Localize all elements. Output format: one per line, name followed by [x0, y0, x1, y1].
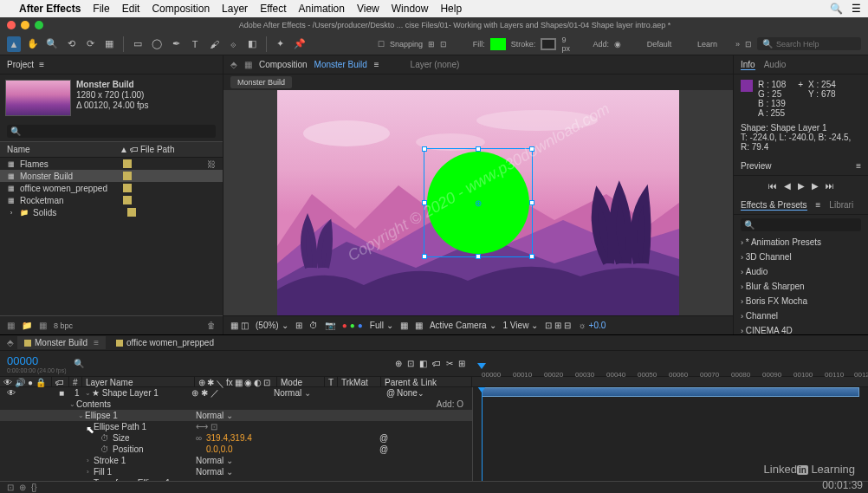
expand-icon[interactable]: ⊞: [554, 321, 561, 330]
res-icon[interactable]: ⊞: [295, 321, 302, 330]
blend-mode[interactable]: Normal: [196, 467, 223, 477]
timeline-tab[interactable]: Monster Build ≡: [17, 336, 106, 349]
composition-viewer[interactable]: ⊕: [223, 90, 733, 315]
braces-icon[interactable]: {}: [31, 483, 37, 492]
resize-handle[interactable]: [476, 254, 481, 259]
col-label[interactable]: ▲: [120, 145, 130, 154]
last-frame-icon[interactable]: ⏭: [826, 181, 834, 191]
snap-icon[interactable]: ⊞: [428, 40, 435, 49]
next-frame-icon[interactable]: ▶: [812, 181, 819, 191]
effects-search-input[interactable]: [755, 220, 858, 230]
effect-category[interactable]: › Channel: [734, 308, 868, 323]
project-item[interactable]: ▦ Monster Build: [0, 170, 223, 182]
contents-row[interactable]: ⌄ Contents Add: O: [0, 399, 472, 410]
workspace-expand-icon[interactable]: ⊡: [745, 40, 752, 49]
panel-menu-icon[interactable]: ≡: [374, 60, 379, 69]
eye-icon[interactable]: 👁: [7, 388, 16, 398]
menu-layer[interactable]: Layer: [222, 3, 248, 15]
chevron-down-icon[interactable]: ⌄: [69, 400, 76, 408]
project-search-input[interactable]: [21, 127, 212, 136]
panel-menu-icon[interactable]: ≡: [856, 161, 861, 171]
resize-handle[interactable]: [422, 146, 427, 152]
snap-icon2[interactable]: ⊡: [440, 40, 447, 49]
layer-none-tab[interactable]: Layer (none): [411, 60, 460, 69]
first-frame-icon[interactable]: ⏮: [768, 181, 777, 191]
chevron-down-icon[interactable]: ⌄: [386, 321, 393, 330]
resize-handle[interactable]: [529, 254, 534, 259]
resize-handle[interactable]: [422, 200, 427, 205]
menu-view[interactable]: View: [357, 3, 379, 15]
layer-bar[interactable]: [482, 387, 859, 397]
3d-icon[interactable]: ⊟: [564, 321, 571, 330]
chevron-down-icon[interactable]: ⌄: [85, 389, 92, 397]
label-swatch[interactable]: [123, 172, 132, 180]
libraries-tab[interactable]: Librari: [829, 200, 853, 210]
menu-file[interactable]: File: [93, 3, 109, 15]
effects-tab[interactable]: Effects & Presets: [741, 200, 807, 211]
layer-mode[interactable]: Normal: [274, 388, 301, 398]
col-t[interactable]: T: [325, 377, 338, 386]
workspace-default[interactable]: Default: [647, 40, 672, 49]
project-item[interactable]: ▦ Rocketman: [0, 194, 223, 206]
tl-icon[interactable]: ⊡: [407, 359, 414, 368]
label-swatch[interactable]: [123, 159, 132, 168]
eraser-tool[interactable]: ◧: [245, 36, 259, 52]
bpc-label[interactable]: 8 bpc: [54, 321, 73, 330]
effect-category[interactable]: › Audio: [734, 264, 868, 279]
clone-tool[interactable]: ⟐: [226, 36, 240, 52]
label-col[interactable]: 🏷: [52, 377, 69, 386]
quality-select[interactable]: Full: [370, 321, 384, 330]
menu-window[interactable]: Window: [392, 3, 429, 15]
orbit-tool[interactable]: ⟲: [64, 36, 78, 52]
pickwhip-icon[interactable]: @: [386, 388, 397, 398]
project-tab[interactable]: Project: [7, 60, 34, 69]
num-col[interactable]: #: [69, 377, 82, 386]
blend-mode[interactable]: Normal: [196, 456, 223, 465]
audio-tab[interactable]: Audio: [764, 60, 787, 69]
view-icon2[interactable]: ◫: [241, 321, 249, 330]
prev-frame-icon[interactable]: ◀: [784, 181, 791, 191]
stopwatch-icon[interactable]: ⏱: [100, 433, 109, 443]
resize-handle[interactable]: [422, 254, 427, 259]
share-icon[interactable]: ⊡: [545, 321, 552, 330]
play-icon[interactable]: ▶: [798, 181, 805, 191]
blend-icon[interactable]: ⬘: [230, 60, 237, 69]
region-icon[interactable]: ▦: [415, 321, 423, 330]
new-folder-icon[interactable]: 📁: [22, 321, 32, 330]
toggle-modes-icon[interactable]: ⊕: [19, 483, 26, 492]
chevron-down-icon[interactable]: ⌄: [489, 321, 496, 330]
chevron-right-icon[interactable]: ›: [87, 468, 94, 476]
resize-handle[interactable]: [529, 146, 534, 152]
pickwhip-icon[interactable]: @: [379, 444, 388, 454]
panel-menu-icon[interactable]: ≡: [39, 60, 44, 69]
stroke-swatch[interactable]: [541, 38, 556, 50]
playhead-line[interactable]: [482, 387, 483, 481]
col-layer-name[interactable]: Layer Name: [82, 377, 195, 386]
current-timecode[interactable]: 00000: [7, 354, 67, 367]
flowchart-icon[interactable]: ⛓: [207, 159, 216, 169]
eye-col-icon[interactable]: 👁: [3, 378, 12, 386]
rectangle-tool[interactable]: ▭: [131, 36, 145, 52]
grid-icon[interactable]: ▦: [400, 321, 408, 330]
snapshot-icon[interactable]: 📷: [325, 321, 335, 330]
layer-row[interactable]: 👁 ■ 1 ⌄ ★ Shape Layer 1 ⊕ ✱ ／ Normal ⌄ @…: [0, 387, 472, 399]
hand-tool[interactable]: ✋: [26, 36, 40, 52]
menu-help[interactable]: Help: [440, 3, 462, 15]
solo-col-icon[interactable]: ●: [28, 378, 33, 386]
camera-tool[interactable]: ▦: [102, 36, 116, 52]
col-parent[interactable]: Parent & Link: [381, 377, 472, 386]
col-tag-icon[interactable]: 🏷: [130, 145, 140, 154]
preview-tab[interactable]: Preview: [741, 161, 772, 171]
project-item[interactable]: › 📁 Solids: [0, 206, 223, 218]
blend-mode[interactable]: Normal: [196, 411, 223, 420]
size-row[interactable]: ⏱ Size ∞ 319.4,319.4 @: [0, 432, 472, 444]
tl-icon[interactable]: 🏷: [432, 359, 441, 368]
tl-icon[interactable]: ⊞: [458, 359, 465, 368]
close-window-button[interactable]: [7, 21, 16, 29]
path-icons[interactable]: ⟷ ⊡: [196, 422, 217, 431]
col-trkmat[interactable]: TrkMat: [338, 377, 381, 386]
menu-animation[interactable]: Animation: [299, 3, 345, 15]
brush-tool[interactable]: 🖌: [207, 36, 221, 52]
audio-col-icon[interactable]: 🔊: [15, 378, 25, 386]
timeline-tab[interactable]: office women_prepped: [109, 336, 221, 349]
